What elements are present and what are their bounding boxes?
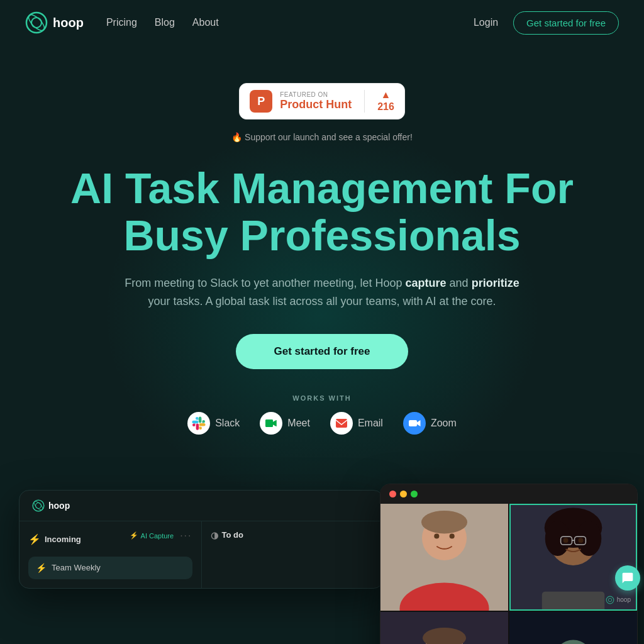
svg-rect-4 — [265, 419, 273, 427]
logo[interactable]: hoop — [25, 11, 84, 34]
hero-cta-button[interactable]: Get started for free — [236, 334, 408, 369]
screenshots-section: hoop ⚡ Incoming ⚡ AI Capture ··· — [0, 490, 644, 641]
login-button[interactable]: Login — [474, 17, 498, 28]
svg-rect-35 — [509, 612, 637, 644]
logo-text: hoop — [53, 16, 84, 30]
ph-product-name: Product Hunt — [280, 98, 352, 111]
product-hunt-badge[interactable]: P FEATURED ON Product Hunt ▲ 216 — [239, 83, 405, 119]
hoop-logo-text-small: hoop — [48, 501, 70, 511]
svg-point-28 — [608, 598, 611, 601]
incoming-column: ⚡ Incoming ⚡ AI Capture ··· ⚡ Team Weekl… — [19, 521, 202, 588]
hoop-app-window: hoop ⚡ Incoming ⚡ AI Capture ··· — [19, 490, 384, 589]
nav-blog[interactable]: Blog — [155, 17, 175, 28]
nav-cta-button[interactable]: Get started for free — [513, 11, 619, 35]
hoop-app-content: ⚡ Incoming ⚡ AI Capture ··· ⚡ Team Weekl… — [19, 521, 383, 588]
window-expand-dot — [411, 491, 418, 497]
bold-capture: capture — [406, 277, 447, 289]
window-close-dot — [389, 491, 396, 497]
todo-title: ◑ To do — [211, 530, 243, 540]
svg-point-14 — [434, 533, 439, 538]
integration-slack[interactable]: Slack — [187, 412, 240, 435]
logo-icon — [25, 11, 48, 34]
svg-point-27 — [606, 596, 614, 604]
video-cell-2: hoop — [509, 504, 637, 611]
todo-header: ◑ To do — [211, 530, 375, 540]
product-hunt-icon: P — [250, 90, 272, 113]
integration-zoom[interactable]: Zoom — [403, 412, 457, 435]
video-call-window: hoop — [380, 484, 638, 644]
hoop-watermark: hoop — [606, 596, 631, 604]
meet-label: Meet — [287, 418, 310, 429]
email-label: Email — [358, 418, 383, 429]
chat-icon — [621, 572, 634, 584]
svg-point-15 — [450, 533, 455, 538]
hero-title: AI Task Management For Busy Professional… — [70, 165, 574, 259]
ph-text-block: FEATURED ON Product Hunt — [280, 91, 352, 111]
chat-bubble-button[interactable] — [615, 565, 640, 591]
lightning-icon: ⚡ — [28, 533, 41, 545]
svg-point-1 — [31, 18, 42, 28]
slack-icon — [187, 412, 210, 435]
svg-point-8 — [36, 503, 42, 509]
ph-count: 216 — [377, 101, 394, 113]
svg-point-12 — [421, 511, 467, 534]
todo-column: ◑ To do — [202, 521, 384, 588]
video-grid: hoop — [380, 504, 637, 644]
zoom-label: Zoom — [431, 418, 457, 429]
task-check-icon: ⚡ — [36, 563, 47, 573]
hero-subtitle: From meeting to Slack to yet another mee… — [114, 274, 530, 311]
ph-votes: ▲ 216 — [377, 90, 394, 113]
task-item-weekly[interactable]: ⚡ Team Weekly — [28, 557, 192, 579]
ph-featured-on: FEATURED ON — [280, 91, 352, 98]
ai-icon: ⚡ — [130, 531, 138, 540]
svg-rect-6 — [409, 420, 417, 426]
video-cell-3 — [380, 612, 508, 644]
ph-arrow-icon: ▲ — [381, 90, 391, 100]
hoop-app-header: hoop — [19, 491, 383, 521]
nav-right: Login Get started for free — [474, 11, 619, 35]
hoop-watermark-text: hoop — [617, 596, 631, 603]
more-options-icon[interactable]: ··· — [180, 530, 192, 541]
works-with-section: WORKS WITH Slack — [187, 394, 457, 435]
todo-icon: ◑ — [211, 530, 218, 540]
navbar: hoop Pricing Blog About Login Get starte… — [0, 0, 644, 45]
incoming-title: ⚡ Incoming — [28, 533, 81, 545]
video-cell-1 — [380, 504, 508, 611]
task-label: Team Weekly — [52, 563, 101, 572]
incoming-header: ⚡ Incoming ⚡ AI Capture ··· — [28, 530, 192, 549]
integration-meet[interactable]: Meet — [260, 412, 310, 435]
svg-rect-5 — [336, 419, 347, 428]
incoming-actions: ⚡ AI Capture ··· — [130, 530, 192, 541]
hoop-logo-small: hoop — [32, 499, 70, 512]
email-icon — [330, 412, 353, 435]
nav-left: hoop Pricing Blog About — [25, 11, 219, 34]
svg-point-21 — [564, 538, 569, 543]
bold-prioritize: prioritize — [472, 277, 519, 289]
ai-capture-label: ⚡ AI Capture — [130, 531, 174, 540]
nav-pricing[interactable]: Pricing — [106, 17, 137, 28]
slack-label: Slack — [215, 418, 240, 429]
hero-section: P FEATURED ON Product Hunt ▲ 216 🔥 Suppo… — [0, 45, 644, 490]
video-titlebar — [380, 484, 637, 504]
nav-links: Pricing Blog About — [106, 17, 219, 28]
works-with-label: WORKS WITH — [292, 394, 351, 402]
integration-email[interactable]: Email — [330, 412, 383, 435]
ph-divider — [364, 90, 365, 113]
svg-point-22 — [578, 538, 583, 543]
svg-rect-26 — [542, 592, 605, 609]
video-cell-4 — [509, 612, 637, 644]
window-minimize-dot — [400, 491, 407, 497]
zoom-icon — [403, 412, 426, 435]
ph-subtitle: 🔥 Support our launch and see a special o… — [231, 132, 413, 142]
meet-icon — [260, 412, 282, 435]
integrations-list: Slack Meet — [187, 412, 457, 435]
nav-about[interactable]: About — [192, 17, 219, 28]
